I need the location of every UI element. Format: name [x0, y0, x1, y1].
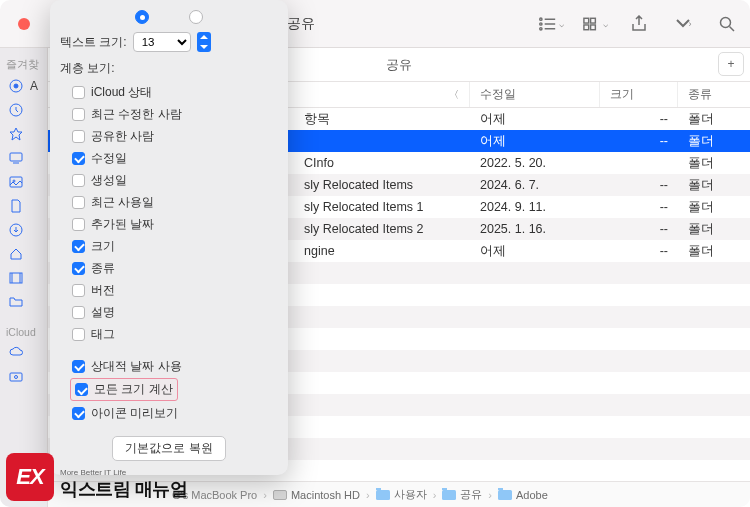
- list-view-button[interactable]: ⌵: [538, 13, 564, 35]
- chk-option[interactable]: 최근 사용일: [72, 191, 278, 213]
- highlight-calc-all-sizes: 모든 크기 계산: [70, 378, 178, 401]
- checkbox-label: 태그: [91, 326, 115, 343]
- chk-option[interactable]: 최근 수정한 사람: [72, 103, 278, 125]
- path-seg-0[interactable]: Macintosh HD: [273, 489, 360, 501]
- chk-option[interactable]: 추가된 날짜: [72, 213, 278, 235]
- chk-option[interactable]: iCloud 상태: [72, 81, 278, 103]
- chk-option[interactable]: 공유한 사람: [72, 125, 278, 147]
- checkbox-icon: [75, 383, 88, 396]
- share-button[interactable]: [626, 13, 652, 35]
- chk-option[interactable]: 크기: [72, 235, 278, 257]
- svg-rect-6: [584, 18, 589, 23]
- text-size-row: 텍스트 크기: 13: [60, 32, 278, 52]
- svg-rect-9: [591, 24, 596, 29]
- chk-option[interactable]: 설명: [72, 301, 278, 323]
- watermark-logo: EX More Better IT Life 익스트림 매뉴얼: [6, 453, 187, 501]
- col-modified[interactable]: 수정일: [470, 82, 600, 107]
- chevron-icon: ›: [488, 489, 492, 501]
- checkbox-icon: [72, 328, 85, 341]
- checkbox-icon: [72, 86, 85, 99]
- checkbox-icon: [72, 306, 85, 319]
- checkbox-label: 최근 수정한 사람: [91, 106, 182, 123]
- checkbox-label: 생성일: [91, 172, 127, 189]
- checkbox-label: 수정일: [91, 150, 127, 167]
- toolbar-actions: ⌵ ⌵ ›: [538, 13, 740, 35]
- svg-rect-7: [591, 18, 596, 23]
- checkbox-icon: [72, 360, 85, 373]
- sidebar-item-downloads[interactable]: [0, 218, 47, 242]
- logo-mark: EX: [6, 453, 54, 501]
- checkbox-icon: [72, 152, 85, 165]
- checkbox-label: 추가된 날짜: [91, 216, 154, 233]
- sidebar-item-movies[interactable]: [0, 266, 47, 290]
- sidebar-item-shared[interactable]: [0, 364, 47, 388]
- new-folder-button[interactable]: +: [718, 52, 744, 76]
- chk-option[interactable]: 종류: [72, 257, 278, 279]
- disk-icon: [273, 490, 287, 500]
- folder-icon: [442, 490, 456, 500]
- checkbox-icon: [72, 108, 85, 121]
- svg-line-11: [730, 26, 735, 31]
- col-size[interactable]: 크기: [600, 82, 678, 107]
- checkbox-icon: [72, 240, 85, 253]
- checkbox-icon: [72, 174, 85, 187]
- chevron-icon: ›: [263, 489, 267, 501]
- sidebar-item-apps[interactable]: [0, 122, 47, 146]
- path-seg-1[interactable]: 사용자: [376, 487, 427, 502]
- close-button[interactable]: [18, 18, 30, 30]
- checkbox-label: 설명: [91, 304, 115, 321]
- radio-group: [60, 8, 278, 32]
- group-button[interactable]: ⌵: [582, 13, 608, 35]
- svg-point-24: [15, 376, 18, 379]
- sidebar-item-recents[interactable]: [0, 98, 47, 122]
- svg-point-2: [540, 22, 542, 24]
- logo-subtitle: More Better IT Life: [60, 468, 187, 477]
- sidebar-item-icloud-drive[interactable]: [0, 340, 47, 364]
- svg-rect-8: [584, 24, 589, 29]
- radio-always[interactable]: [135, 10, 149, 24]
- sidebar-item-documents[interactable]: [0, 194, 47, 218]
- sort-indicator: 〈: [449, 88, 459, 102]
- sidebar-item-home[interactable]: [0, 242, 47, 266]
- svg-point-0: [540, 18, 542, 20]
- chk-option[interactable]: 태그: [72, 323, 278, 345]
- logo-title: 익스트림 매뉴얼: [60, 477, 187, 501]
- text-size-select[interactable]: 13: [133, 32, 191, 52]
- chk-icon-preview[interactable]: 아이콘 미리보기: [60, 402, 278, 424]
- checkbox-label: 아이콘 미리보기: [91, 405, 178, 422]
- chk-option[interactable]: 수정일: [72, 147, 278, 169]
- chk-option[interactable]: 버전: [72, 279, 278, 301]
- checkbox-icon: [72, 218, 85, 231]
- path-seg-2[interactable]: 공유: [442, 487, 482, 502]
- sidebar-item-folder[interactable]: [0, 290, 47, 314]
- checkbox-label: 공유한 사람: [91, 128, 154, 145]
- chevron-icon: ›: [366, 489, 370, 501]
- text-size-stepper[interactable]: [197, 32, 211, 52]
- window-controls: [18, 18, 49, 30]
- chk-relative-dates[interactable]: 상대적 날짜 사용: [60, 355, 278, 377]
- show-columns-label: 계층 보기:: [60, 60, 278, 77]
- svg-point-13: [14, 84, 18, 88]
- folder-icon: [376, 490, 390, 500]
- col-kind[interactable]: 종류: [678, 82, 750, 107]
- sidebar-item-airdrop[interactable]: A: [0, 74, 47, 98]
- svg-rect-15: [10, 153, 22, 161]
- svg-point-4: [540, 27, 542, 29]
- more-button[interactable]: ›: [670, 13, 696, 35]
- sidebar-favorites-label: 즐겨찾: [0, 54, 45, 74]
- chk-option[interactable]: 생성일: [72, 169, 278, 191]
- view-options-panel: 텍스트 크기: 13 계층 보기: iCloud 상태최근 수정한 사람공유한 …: [50, 0, 288, 475]
- location-title: 공유: [386, 56, 412, 74]
- sidebar-item-pictures[interactable]: [0, 170, 47, 194]
- path-seg-3[interactable]: Adobe: [498, 489, 548, 501]
- checkbox-icon: [72, 130, 85, 143]
- sidebar-icloud-label: iCloud: [0, 322, 42, 340]
- sidebar-item-desktop[interactable]: [0, 146, 47, 170]
- chevron-icon: ›: [433, 489, 437, 501]
- radio-browsing[interactable]: [189, 10, 203, 24]
- column-checklist: iCloud 상태최근 수정한 사람공유한 사람수정일생성일최근 사용일추가된 …: [60, 81, 278, 345]
- sidebar: 즐겨찾 A iCloud: [0, 48, 48, 507]
- search-button[interactable]: [714, 13, 740, 35]
- chk-calc-all-sizes[interactable]: 모든 크기 계산: [75, 381, 173, 398]
- checkbox-icon: [72, 196, 85, 209]
